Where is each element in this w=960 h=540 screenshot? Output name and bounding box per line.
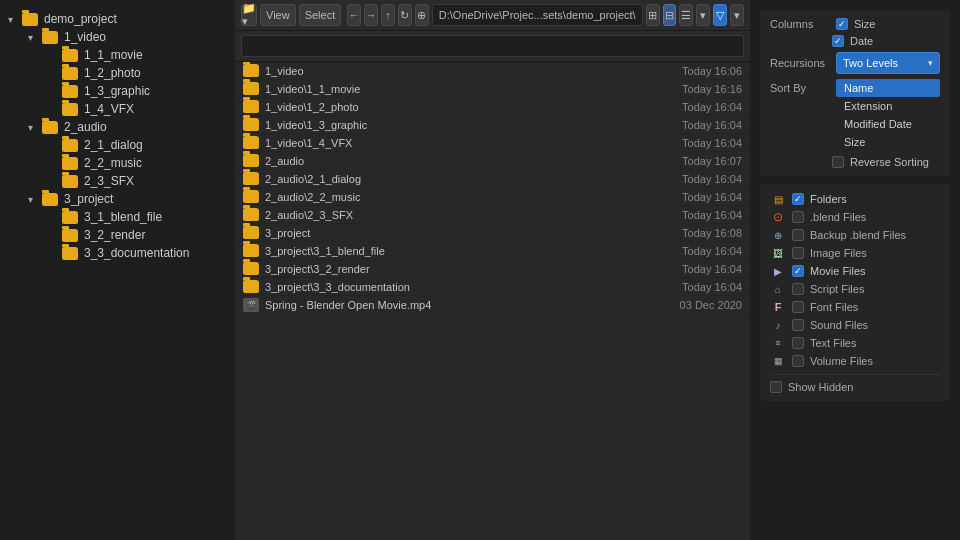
sort-dropdown-btn[interactable]: ▾: [696, 4, 710, 26]
tree-root[interactable]: ▾ demo_project: [0, 10, 235, 28]
root-folder-icon: [22, 13, 38, 26]
file-row[interactable]: 1_video\1_4_VFXToday 16:04: [235, 134, 750, 152]
sound-label: Sound Files: [810, 319, 940, 331]
size-checkbox[interactable]: [836, 18, 848, 30]
select-menu-btn[interactable]: Select: [299, 4, 342, 26]
22music-icon: [62, 157, 78, 170]
tree-item-13graphic[interactable]: 1_3_graphic: [40, 82, 235, 100]
file-row[interactable]: 2_audio\2_2_musicToday 16:04: [235, 188, 750, 206]
text-checkbox[interactable]: [792, 337, 804, 349]
bookmark-btn[interactable]: ⊕: [415, 4, 429, 26]
font-checkbox[interactable]: [792, 301, 804, 313]
1video-children: 1_1_movie 1_2_photo 1_3_graphic 1_4_VFX: [20, 46, 235, 118]
14vfx-label: 1_4_VFX: [84, 102, 134, 116]
blend-checkbox[interactable]: [792, 211, 804, 223]
file-row[interactable]: 2_audio\2_3_SFXToday 16:04: [235, 206, 750, 224]
file-row[interactable]: 2_audioToday 16:07: [235, 152, 750, 170]
folder-row-icon: [243, 172, 259, 185]
view-menu-btn[interactable]: View: [260, 4, 296, 26]
tree-item-12photo[interactable]: 1_2_photo: [40, 64, 235, 82]
sound-checkbox[interactable]: [792, 319, 804, 331]
movie-checkbox[interactable]: [792, 265, 804, 277]
blend-backup-checkbox[interactable]: [792, 229, 804, 241]
tree-item-2audio[interactable]: ▾ 2_audio: [20, 118, 235, 136]
recursions-dropdown[interactable]: Two Levels ▾: [836, 52, 940, 74]
recursions-arrow: ▾: [928, 58, 933, 68]
file-date: Today 16:04: [672, 101, 742, 113]
folder-dropdown-btn[interactable]: 📁▾: [241, 4, 257, 26]
grid-view-2[interactable]: ⊟: [663, 4, 677, 26]
image-checkbox[interactable]: [792, 247, 804, 259]
options-panel: Columns Size Date Recursions Two Levels …: [750, 0, 960, 540]
folder-row-icon: [243, 226, 259, 239]
volume-checkbox[interactable]: [792, 355, 804, 367]
refresh-btn[interactable]: ↻: [398, 4, 412, 26]
filter-blend-backup: ⊕ Backup .blend Files: [770, 228, 940, 242]
columns-label: Columns: [770, 18, 830, 30]
sortby-options: Name Extension Modified Date Size: [836, 79, 940, 151]
up-btn[interactable]: ↑: [381, 4, 395, 26]
recursions-value: Two Levels: [843, 57, 898, 69]
filter-options-btn[interactable]: ▾: [730, 4, 744, 26]
folder-row-icon: [243, 64, 259, 77]
file-row[interactable]: 1_videoToday 16:06: [235, 62, 750, 80]
filter-image: 🖼 Image Files: [770, 246, 940, 260]
forward-btn[interactable]: →: [364, 4, 378, 26]
file-name: 3_project\3_1_blend_file: [265, 245, 672, 257]
3project-icon: [42, 193, 58, 206]
filters-section: ▤ Folders ⊙ .blend Files ⊕ Backup .blend…: [760, 184, 950, 401]
search-input[interactable]: [241, 35, 744, 57]
list-view[interactable]: ☰: [679, 4, 693, 26]
filter-movie: ▶ Movie Files: [770, 264, 940, 278]
blend-icon: ⊙: [770, 210, 786, 224]
tree-item-14vfx[interactable]: 1_4_VFX: [40, 100, 235, 118]
file-name: 2_audio\2_3_SFX: [265, 209, 672, 221]
3project-label: 3_project: [64, 192, 113, 206]
tree-item-22music[interactable]: 2_2_music: [40, 154, 235, 172]
tree-item-21dialog[interactable]: 2_1_dialog: [40, 136, 235, 154]
folder-row-icon: [243, 262, 259, 275]
file-row[interactable]: 1_video\1_3_graphicToday 16:04: [235, 116, 750, 134]
text-label: Text Files: [810, 337, 940, 349]
date-checkbox[interactable]: [832, 35, 844, 47]
movie-label: Movie Files: [810, 265, 940, 277]
file-row[interactable]: 3_project\3_3_documentationToday 16:04: [235, 278, 750, 296]
tree-item-32render[interactable]: 3_2_render: [40, 226, 235, 244]
sortby-name[interactable]: Name: [836, 79, 940, 97]
file-row[interactable]: 1_video\1_2_photoToday 16:04: [235, 98, 750, 116]
tree-item-11movie[interactable]: 1_1_movie: [40, 46, 235, 64]
sortby-size[interactable]: Size: [836, 133, 940, 151]
file-row[interactable]: 1_video\1_1_movieToday 16:16: [235, 80, 750, 98]
sortby-extension[interactable]: Extension: [836, 97, 940, 115]
file-row[interactable]: 2_audio\2_1_dialogToday 16:04: [235, 170, 750, 188]
file-row[interactable]: 3_project\3_1_blend_fileToday 16:04: [235, 242, 750, 260]
tree-item-3project[interactable]: ▾ 3_project: [20, 190, 235, 208]
file-date: Today 16:04: [672, 209, 742, 221]
show-hidden-checkbox[interactable]: [770, 381, 782, 393]
file-date: Today 16:06: [672, 65, 742, 77]
root-toggle[interactable]: ▾: [8, 14, 22, 25]
tree-item-33docs[interactable]: 3_3_documentation: [40, 244, 235, 262]
text-icon: ≡: [770, 336, 786, 350]
reverse-checkbox[interactable]: [832, 156, 844, 168]
folders-checkbox[interactable]: [792, 193, 804, 205]
11movie-icon: [62, 49, 78, 62]
file-row[interactable]: 🎬Spring - Blender Open Movie.mp403 Dec 2…: [235, 296, 750, 315]
file-name: 3_project: [265, 227, 672, 239]
script-checkbox[interactable]: [792, 283, 804, 295]
file-name: 1_video\1_4_VFX: [265, 137, 672, 149]
file-name: 1_video\1_1_movie: [265, 83, 672, 95]
file-row[interactable]: 3_project\3_2_renderToday 16:04: [235, 260, 750, 278]
1video-toggle[interactable]: ▾: [28, 32, 42, 43]
tree-item-31blend[interactable]: 3_1_blend_file: [40, 208, 235, 226]
movie-icon: ▶: [770, 264, 786, 278]
file-row[interactable]: 3_projectToday 16:08: [235, 224, 750, 242]
14vfx-icon: [62, 103, 78, 116]
grid-view-1[interactable]: ⊞: [646, 4, 660, 26]
filter-btn[interactable]: ▽: [713, 4, 727, 26]
sortby-modified[interactable]: Modified Date: [836, 115, 940, 133]
tree-item-23sfx[interactable]: 2_3_SFX: [40, 172, 235, 190]
back-btn[interactable]: ←: [347, 4, 361, 26]
tree-item-1video[interactable]: ▾ 1_video: [20, 28, 235, 46]
path-bar[interactable]: D:\OneDrive\Projec...sets\demo_project\: [432, 4, 643, 26]
